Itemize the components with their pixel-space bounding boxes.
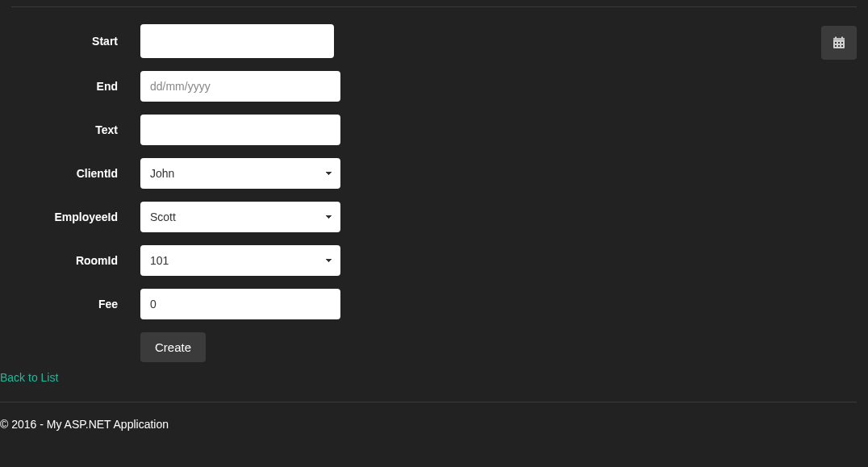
label-employeeid: EmployeeId bbox=[0, 211, 140, 223]
roomid-select[interactable]: 101 bbox=[140, 245, 340, 276]
svg-rect-6 bbox=[841, 42, 843, 44]
row-employeeid: EmployeeId Scott bbox=[0, 202, 868, 232]
calendar-button[interactable] bbox=[821, 26, 857, 60]
employeeid-select[interactable]: Scott bbox=[140, 202, 340, 232]
back-to-list-link[interactable]: Back to List bbox=[0, 371, 58, 384]
label-text: Text bbox=[0, 123, 140, 136]
submit-col: Create bbox=[140, 332, 206, 362]
start-input[interactable] bbox=[140, 24, 334, 58]
input-col-end bbox=[140, 71, 340, 102]
row-end: End bbox=[0, 71, 868, 102]
text-input[interactable] bbox=[140, 115, 340, 145]
label-end: End bbox=[0, 80, 140, 93]
create-button[interactable]: Create bbox=[140, 332, 206, 362]
input-col-start bbox=[140, 24, 334, 58]
svg-rect-4 bbox=[835, 42, 837, 44]
label-spacer bbox=[0, 332, 140, 362]
input-col-text bbox=[140, 115, 340, 145]
fee-input[interactable] bbox=[140, 289, 340, 319]
svg-rect-7 bbox=[835, 45, 837, 47]
footer-text: © 2016 - My ASP.NET Application bbox=[0, 418, 169, 431]
row-roomid: RoomId 101 bbox=[0, 245, 868, 276]
row-clientid: ClientId John bbox=[0, 158, 868, 189]
svg-rect-3 bbox=[841, 37, 843, 40]
row-fee: Fee bbox=[0, 289, 868, 319]
svg-rect-8 bbox=[838, 45, 840, 47]
label-fee: Fee bbox=[0, 298, 140, 311]
input-col-clientid: John bbox=[140, 158, 340, 189]
label-start: Start bbox=[0, 35, 140, 48]
calendar-icon bbox=[833, 36, 845, 49]
svg-rect-9 bbox=[841, 45, 843, 47]
svg-rect-5 bbox=[838, 42, 840, 44]
svg-rect-2 bbox=[835, 37, 837, 40]
footer-divider bbox=[0, 402, 857, 402]
edit-form: Start End Text ClientId John bbox=[0, 24, 868, 362]
input-col-fee bbox=[140, 289, 340, 319]
label-roomid: RoomId bbox=[0, 254, 140, 267]
row-submit: Create bbox=[0, 332, 868, 362]
page-root: Start End Text ClientId John bbox=[0, 0, 868, 467]
row-start: Start bbox=[0, 24, 868, 58]
label-clientid: ClientId bbox=[0, 167, 140, 180]
clientid-select[interactable]: John bbox=[140, 158, 340, 189]
row-text: Text bbox=[0, 115, 868, 145]
top-divider bbox=[11, 6, 857, 7]
input-col-employeeid: Scott bbox=[140, 202, 340, 232]
input-col-roomid: 101 bbox=[140, 245, 340, 276]
end-input[interactable] bbox=[140, 71, 340, 102]
